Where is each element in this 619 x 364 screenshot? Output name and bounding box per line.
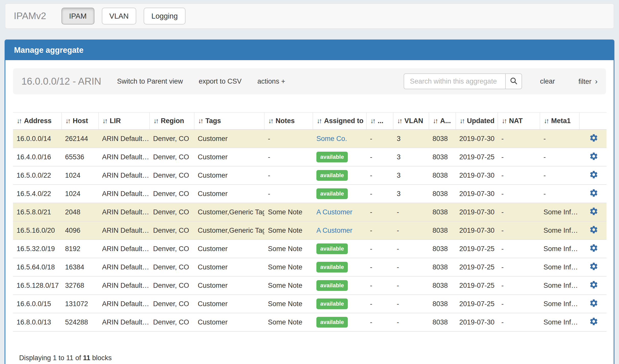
cell-address: 16.5.0.0/22: [13, 166, 61, 185]
sort-icon: ↓↑: [102, 117, 107, 125]
nav-button-vlan[interactable]: VLAN: [102, 8, 137, 24]
column-label: NAT: [509, 117, 523, 125]
cell-asn: 8038: [429, 203, 456, 221]
cell-vlan: -: [393, 295, 429, 313]
cell-meta1: Some Inf…: [540, 221, 579, 240]
row-settings-gear-icon[interactable]: [589, 152, 598, 161]
cell-region: Denver, CO: [150, 313, 194, 331]
column-header-lir[interactable]: ↓↑LIR: [98, 112, 150, 129]
blocks-table: ↓↑Address↓↑Host↓↑LIR↓↑Region↓↑Tags↓↑Note…: [13, 112, 606, 332]
cell-region: Denver, CO: [150, 203, 194, 221]
clear-link[interactable]: clear: [540, 77, 555, 85]
cell-notes: -: [264, 166, 313, 185]
cell-notes: Some Note: [264, 240, 313, 258]
status-badge: available: [316, 262, 348, 272]
cell-nat: -: [498, 276, 540, 295]
cell-meta1: Some Inf…: [540, 258, 579, 276]
cell-asn: 8038: [429, 185, 456, 203]
cell-tags: Customer: [194, 295, 264, 313]
row-settings-gear-icon[interactable]: [589, 170, 598, 179]
column-header-assigned[interactable]: ↓↑Assigned to: [313, 112, 366, 129]
row-settings-gear-icon[interactable]: [589, 298, 598, 308]
cell-nat: -: [498, 295, 540, 313]
column-header-host[interactable]: ↓↑Host: [61, 112, 98, 129]
assigned-to-link[interactable]: A Customer: [316, 208, 352, 216]
column-label: Updated: [467, 117, 494, 125]
cell-assigned: available: [313, 276, 366, 295]
cell-vlan: -: [393, 276, 429, 295]
row-settings-gear-icon[interactable]: [589, 188, 598, 198]
column-header-dots[interactable]: ↓↑...: [366, 112, 393, 129]
cell-tags: Customer: [194, 258, 264, 276]
table-row: 16.5.4.0/221024ARIN Default…Denver, COCu…: [13, 185, 606, 203]
cell-address: 16.5.8.0/21: [13, 203, 61, 221]
cell-asn: 8038: [429, 166, 456, 185]
row-settings-gear-icon[interactable]: [589, 317, 598, 326]
column-header-meta1[interactable]: ↓↑Meta1: [540, 112, 579, 129]
cell-nat: -: [498, 185, 540, 203]
app-brand[interactable]: IPAMv2: [14, 11, 46, 21]
cell-updated: 2019-07-30: [456, 166, 498, 185]
cell-address: 16.5.32.0/19: [13, 240, 61, 258]
column-header-notes[interactable]: ↓↑Notes: [264, 112, 313, 129]
assigned-to-link[interactable]: Some Co.: [316, 135, 347, 142]
sort-icon: ↓↑: [397, 117, 401, 125]
cell-assigned: available: [313, 295, 366, 313]
actions-menu-link[interactable]: actions +: [257, 77, 285, 85]
cell-host: 524288: [61, 313, 98, 331]
column-header-nat[interactable]: ↓↑NAT: [498, 112, 540, 129]
cell-tags: Customer: [194, 240, 264, 258]
cell-asn: 8038: [429, 295, 456, 313]
row-actions-cell: [579, 221, 606, 240]
cell-notes: Some Note: [264, 221, 313, 240]
nav-button-logging[interactable]: Logging: [144, 8, 185, 24]
row-settings-gear-icon[interactable]: [589, 243, 598, 253]
cell-nat: -: [498, 148, 540, 166]
nav-button-ipam[interactable]: IPAM: [61, 8, 94, 24]
column-label: Assigned to: [324, 117, 364, 125]
row-actions-cell: [579, 276, 606, 295]
cell-assigned: available: [313, 185, 366, 203]
column-header-tags[interactable]: ↓↑Tags: [194, 112, 264, 129]
cell-lir: ARIN Default…: [98, 166, 150, 185]
cell-notes: Some Note: [264, 295, 313, 313]
column-header-address[interactable]: ↓↑Address: [13, 112, 61, 129]
cell-notes: -: [264, 185, 313, 203]
row-settings-gear-icon[interactable]: [589, 133, 598, 142]
column-label: Address: [24, 117, 52, 125]
row-settings-gear-icon[interactable]: [589, 207, 598, 216]
cell-address: 16.8.0.0/13: [13, 313, 61, 331]
assigned-to-link[interactable]: A Customer: [316, 227, 352, 234]
row-actions-cell: [579, 185, 606, 203]
cell-host: 131072: [61, 295, 98, 313]
sort-icon: ↓↑: [433, 117, 437, 125]
cell-vlan: -: [393, 258, 429, 276]
row-settings-gear-icon[interactable]: [589, 225, 598, 234]
switch-parent-view-link[interactable]: Switch to Parent view: [117, 77, 183, 85]
column-header-updated[interactable]: ↓↑Updated: [456, 112, 498, 129]
cell-updated: 2019-07-25: [456, 148, 498, 166]
chevron-right-icon: ›: [595, 77, 598, 85]
cell-asn: 8038: [429, 221, 456, 240]
cell-dots: -: [366, 240, 393, 258]
search-button[interactable]: [505, 73, 522, 89]
column-header-vlan[interactable]: ↓↑VLAN: [393, 112, 429, 129]
cell-nat: -: [498, 129, 540, 148]
row-settings-gear-icon[interactable]: [589, 262, 598, 271]
cell-updated: 2019-07-30: [456, 185, 498, 203]
cell-tags: Customer: [194, 129, 264, 148]
cell-updated: 2019-07-25: [456, 295, 498, 313]
status-badge: available: [316, 170, 348, 181]
export-csv-link[interactable]: export to CSV: [199, 77, 242, 85]
cell-address: 16.5.16.0/20: [13, 221, 61, 240]
column-header-asn[interactable]: ↓↑A...: [429, 112, 456, 129]
filter-link[interactable]: filter›: [578, 77, 598, 86]
row-actions-cell: [579, 148, 606, 166]
cell-host: 1024: [61, 166, 98, 185]
search-input[interactable]: [404, 73, 506, 89]
row-settings-gear-icon[interactable]: [589, 280, 598, 289]
column-header-region[interactable]: ↓↑Region: [150, 112, 194, 129]
cell-address: 16.6.0.0/15: [13, 295, 61, 313]
column-label: VLAN: [404, 117, 423, 125]
table-row: 16.5.128.0/1732768ARIN Default…Denver, C…: [13, 276, 606, 295]
